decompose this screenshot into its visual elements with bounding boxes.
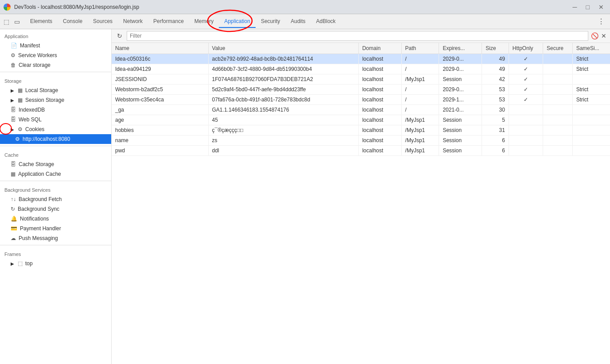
expand-session-storage-icon: ▶	[11, 98, 14, 103]
cell-path: /MyJsp1	[401, 115, 439, 125]
cell-path: /MyJsp1	[401, 146, 439, 156]
refresh-button[interactable]: ↻	[115, 31, 124, 40]
cell-httponly: ✓	[509, 74, 543, 85]
cell-name: Idea-ea094129	[112, 64, 208, 74]
cell-httponly: ✓	[509, 85, 543, 95]
sidebar-item-clear-storage[interactable]: 🗑 Clear storage	[0, 60, 111, 70]
col-size[interactable]: Size	[482, 43, 509, 54]
sidebar-item-background-fetch[interactable]: ↑↓ Background Fetch	[0, 194, 111, 204]
inspect-icon[interactable]: ⬚	[2, 17, 11, 26]
col-expires[interactable]: Expires...	[439, 43, 482, 54]
frames-section-label: Frames	[0, 247, 111, 259]
sidebar-item-manifest[interactable]: 📄 Manifest	[0, 41, 111, 50]
col-value[interactable]: Value	[208, 43, 358, 54]
cell-value: GA1.1.1466346183.1554874176	[208, 105, 358, 115]
cell-samesi	[572, 115, 610, 125]
divider-cache	[0, 146, 111, 146]
col-name[interactable]: Name	[112, 43, 208, 54]
cell-domain: localhost	[358, 146, 401, 156]
minimize-button[interactable]: ─	[570, 3, 580, 12]
cell-expires: 2029-1...	[439, 95, 482, 105]
tab-performance[interactable]: Performance	[148, 15, 189, 28]
cell-size: 49	[482, 54, 509, 64]
bg-services-section-label: Background Services	[0, 183, 111, 194]
table-row[interactable]: hobbiesç¯®çæççç□□localhost/MyJsp1Session…	[112, 125, 610, 136]
table-row[interactable]: _gaGA1.1.1466346183.1554874176localhost/…	[112, 105, 610, 115]
sidebar-item-web-sql[interactable]: 🗄 Web SQL	[0, 115, 111, 124]
cell-name: Idea-c050316c	[112, 54, 208, 64]
col-domain[interactable]: Domain	[358, 43, 401, 54]
clear-filter-button[interactable]: ✕	[601, 32, 606, 39]
cell-domain: localhost	[358, 54, 401, 64]
tab-console[interactable]: Console	[58, 15, 88, 28]
table-row[interactable]: Idea-c050316cacb2e792-b992-48ad-bc8b-0b2…	[112, 54, 610, 64]
local-storage-icon: ▦	[18, 87, 23, 93]
col-samesi[interactable]: SameSi...	[572, 43, 610, 54]
devtools-tab-bar: ⬚ ▭ Elements Console Sources Network Per…	[0, 14, 610, 29]
tab-memory[interactable]: Memory	[189, 15, 219, 28]
sidebar-item-local-storage[interactable]: ▶ ▦ Local Storage	[0, 85, 111, 95]
table-row[interactable]: pwdddllocalhost/MyJsp1Session6	[112, 146, 610, 156]
cell-samesi	[572, 146, 610, 156]
sidebar-item-background-sync[interactable]: ↻ Background Sync	[0, 204, 111, 214]
expand-frames-icon: ▶	[11, 261, 14, 266]
cell-samesi: Strict	[572, 54, 610, 64]
table-row[interactable]: Idea-ea0941294d66b0b7-3cf2-4880-9d84-db5…	[112, 64, 610, 74]
sidebar-item-push-messaging[interactable]: ☁ Push Messaging	[0, 233, 111, 243]
session-storage-icon: ▦	[18, 97, 23, 103]
cell-size: 53	[482, 95, 509, 105]
col-secure[interactable]: Secure	[543, 43, 573, 54]
close-button[interactable]: ✕	[596, 3, 606, 12]
cell-size: 6	[482, 146, 509, 156]
cell-size: 30	[482, 105, 509, 115]
more-tabs-button[interactable]: ⋮	[594, 15, 608, 27]
sidebar-push-messaging-label: Push Messaging	[19, 235, 58, 241]
col-path[interactable]: Path	[401, 43, 439, 54]
block-cookies-button[interactable]: 🚫	[591, 32, 598, 39]
table-row[interactable]: age45localhost/MyJsp1Session5	[112, 115, 610, 125]
device-icon[interactable]: ▭	[12, 17, 21, 26]
tab-elements[interactable]: Elements	[25, 15, 58, 28]
sidebar-item-cookies[interactable]: ▶ ⚙ Cookies	[0, 124, 111, 134]
table-header-row: Name Value Domain Path Expires... Size H…	[112, 43, 610, 54]
sidebar-item-indexeddb[interactable]: 🗄 IndexedDB	[0, 105, 111, 115]
table-row[interactable]: Webstorm-c35ec4ca07fa676a-0cbb-491f-a801…	[112, 95, 610, 105]
tab-security[interactable]: Security	[256, 15, 285, 28]
cell-secure	[543, 95, 573, 105]
tab-network[interactable]: Network	[118, 15, 148, 28]
filter-input[interactable]	[127, 31, 588, 41]
cell-expires: Session	[439, 115, 482, 125]
cell-size: 42	[482, 74, 509, 85]
cell-expires: 2021-0...	[439, 105, 482, 115]
col-httponly[interactable]: HttpOnly	[509, 43, 543, 54]
table-row[interactable]: namezslocalhost/MyJsp1Session6	[112, 136, 610, 146]
sidebar-item-notifications[interactable]: 🔔 Notifications	[0, 214, 111, 224]
cookies-table: Name Value Domain Path Expires... Size H…	[112, 43, 610, 364]
table-row[interactable]: JSESSIONID1F074A68761B927060FDA7B3DEB721…	[112, 74, 610, 85]
table-row[interactable]: Webstorm-b2adf2c55d2c9af4-5bd0-447f-aefe…	[112, 85, 610, 95]
tab-audits[interactable]: Audits	[285, 15, 311, 28]
cell-expires: 2029-0...	[439, 64, 482, 74]
cell-domain: localhost	[358, 85, 401, 95]
sidebar-item-payment-handler[interactable]: 💳 Payment Handler	[0, 224, 111, 233]
cell-size: 53	[482, 85, 509, 95]
cell-path: /	[401, 64, 439, 74]
cell-name: age	[112, 115, 208, 125]
sidebar-item-cookies-localhost[interactable]: ⚙ http://localhost:8080	[0, 134, 111, 144]
cell-path: /	[401, 85, 439, 95]
cell-secure	[543, 64, 573, 74]
cell-path: /	[401, 105, 439, 115]
sidebar-item-service-workers[interactable]: ⚙ Service Workers	[0, 50, 111, 60]
sidebar-item-session-storage[interactable]: ▶ ▦ Session Storage	[0, 95, 111, 105]
maximize-button[interactable]: □	[583, 3, 592, 12]
sidebar-item-application-cache[interactable]: ▦ Application Cache	[0, 169, 111, 179]
tab-sources[interactable]: Sources	[88, 15, 118, 28]
sidebar-item-cache-storage[interactable]: 🗄 Cache Storage	[0, 159, 111, 169]
tab-adblock[interactable]: AdBlock	[311, 15, 341, 28]
window-title: DevTools - localhost:8080/MyJsp1/respons…	[14, 4, 567, 10]
tab-application[interactable]: Application	[219, 15, 256, 28]
sidebar-item-top-frame[interactable]: ▶ ⬚ top	[0, 259, 111, 268]
cell-domain: localhost	[358, 64, 401, 74]
cell-domain: localhost	[358, 105, 401, 115]
cell-domain: localhost	[358, 125, 401, 136]
